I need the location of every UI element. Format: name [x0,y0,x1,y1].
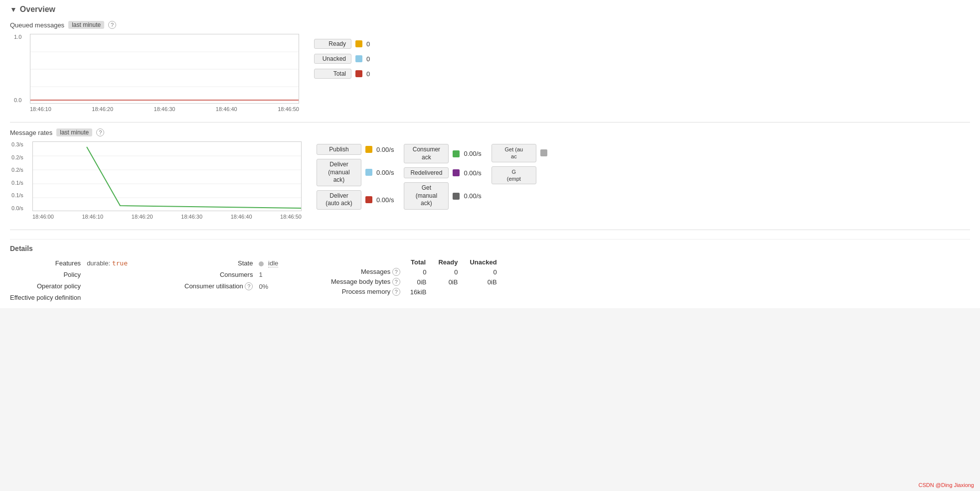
col-unacked: Unacked [464,257,502,267]
deliver-manual-color [365,169,372,176]
publish-color [365,146,372,153]
detail-consumers: Consumers 1 [184,269,278,280]
rate-redelivered: Redelivered 0.00/s [404,167,481,178]
stat-total: Total 0 [314,69,370,79]
message-rates-label-row: Message rates last minute ? [10,128,970,136]
messages-help[interactable]: ? [392,268,400,276]
rate-get-auto: Get (auac 0.00/s [491,144,551,162]
state-text: idle [268,259,278,267]
process-memory-total: 16kiB [404,287,433,297]
consumer-util-help[interactable]: ? [245,282,253,290]
consumer-util-val: 0% [259,280,278,292]
rate-publish: Publish 0.00/s [317,144,394,155]
unacked-value: 0 [366,55,370,63]
messages-ready: 0 [432,267,464,277]
rates-chart-area: 0.3/s 0.2/s 0.2/s 0.1/s 0.1/s 0.0/s [10,141,302,220]
consumer-ack-color [453,150,460,157]
details-messages-row: Messages ? 0 0 0 [329,267,503,277]
details-content: Features durable: true Policy Operator p… [10,257,970,303]
effective-policy-val [87,292,128,303]
effective-policy-key: Effective policy definition [10,292,87,303]
get-auto-color [540,149,547,156]
get-manual-color [453,193,460,200]
rates-left-col: Publish 0.00/s Deliver(manualack) 0.00/s… [317,144,394,210]
detail-state: State idle [184,257,278,269]
col-ready: Ready [432,257,464,267]
detail-policy: Policy [10,269,128,280]
collapse-arrow[interactable]: ▼ [10,5,17,13]
details-table-header: Total Ready Unacked [329,257,503,267]
publish-value: 0.00/s [376,146,394,153]
queued-y-bottom: 0.0 [14,97,21,103]
col-total: Total [404,257,433,267]
policy-val [87,269,128,280]
redelivered-label: Redelivered [404,167,449,178]
body-bytes-help[interactable]: ? [392,278,400,286]
redelivered-color [453,169,460,176]
message-rates-label: Message rates [10,129,52,136]
page-container: ▼ Overview Queued messages last minute ?… [0,0,980,308]
messages-key: Messages ? [329,267,404,277]
queued-chart-area: 1.0 0.0 18:46:10 18:46:20 18:46:30 [10,34,299,112]
rates-middle-col: Consumerack 0.00/s Redelivered 0.00/s Ge… [404,144,481,210]
details-body-bytes-row: Message body bytes ? 0iB 0iB 0iB [329,277,503,287]
detail-effective-policy: Effective policy definition [10,292,128,303]
process-memory-key: Process memory ? [329,287,404,297]
state-dot [259,261,264,266]
rates-time-badge[interactable]: last minute [56,128,92,136]
details-header: Details [10,239,970,252]
details-middle: State idle Consumers 1 Consumer utilisat… [184,257,314,292]
rates-help-icon[interactable]: ? [96,128,104,136]
process-memory-help[interactable]: ? [392,288,400,296]
ready-label: Ready [314,39,351,49]
details-left-table: Features durable: true Policy Operator p… [10,257,128,303]
body-bytes-ready: 0iB [432,277,464,287]
detail-operator-policy: Operator policy [10,280,128,292]
rate-get-manual: Get(manualack) 0.00/s [404,182,481,210]
get-manual-label: Get(manualack) [404,182,449,210]
deliver-manual-value: 0.00/s [376,169,394,176]
rates-stats: Publish 0.00/s Deliver(manualack) 0.00/s… [317,141,551,210]
queued-time-badge[interactable]: last minute [68,21,104,29]
details-right: Total Ready Unacked Messages ? 0 0 0 [329,257,503,297]
body-bytes-total: 0iB [404,277,433,287]
operator-policy-val [87,280,128,292]
queued-stats-panel: Ready 0 Unacked 0 Total 0 [314,34,370,79]
get-empty-label: G(empt [491,166,536,185]
redelivered-value: 0.00/s [464,169,481,177]
get-manual-value: 0.00/s [464,192,481,200]
features-val: durable: true [87,257,128,269]
total-value: 0 [366,70,370,78]
details-middle-table: State idle Consumers 1 Consumer utilisat… [184,257,278,292]
total-label: Total [314,69,351,79]
process-memory-unacked [464,287,502,297]
rates-chart-svg [32,141,302,211]
rate-get-empty: G(empt [491,166,551,185]
rates-right-col: Get (auac 0.00/s G(empt [491,144,551,210]
rates-chart-row: 0.3/s 0.2/s 0.2/s 0.1/s 0.1/s 0.0/s [10,141,970,220]
messages-unacked: 0 [464,267,502,277]
queued-chart-svg [30,34,299,104]
state-key: State [184,257,259,269]
detail-consumer-util: Consumer utilisation ? 0% [184,280,278,292]
rate-deliver-auto: Deliver(auto ack) 0.00/s [317,190,394,210]
policy-key: Policy [10,269,87,280]
queued-y-top: 1.0 [14,34,21,40]
queued-x-labels: 18:46:10 18:46:20 18:46:30 18:46:40 18:4… [30,106,299,112]
details-right-table: Total Ready Unacked Messages ? 0 0 0 [329,257,503,297]
details-left: Features durable: true Policy Operator p… [10,257,169,303]
consumer-util-key: Consumer utilisation ? [184,280,259,292]
total-color [355,70,362,77]
queued-messages-label: Queued messages last minute ? [10,21,970,29]
rates-x-labels: 18:46:00 18:46:10 18:46:20 18:46:30 18:4… [32,214,302,220]
features-key: Features [10,257,87,269]
stat-ready: Ready 0 [314,39,370,49]
stat-unacked: Unacked 0 [314,54,370,64]
detail-features: Features durable: true [10,257,128,269]
publish-label: Publish [317,144,361,155]
process-memory-ready [432,287,464,297]
ready-color [355,40,362,47]
consumer-ack-value: 0.00/s [464,150,481,157]
queued-help-icon[interactable]: ? [108,21,116,29]
messages-total: 0 [404,267,433,277]
